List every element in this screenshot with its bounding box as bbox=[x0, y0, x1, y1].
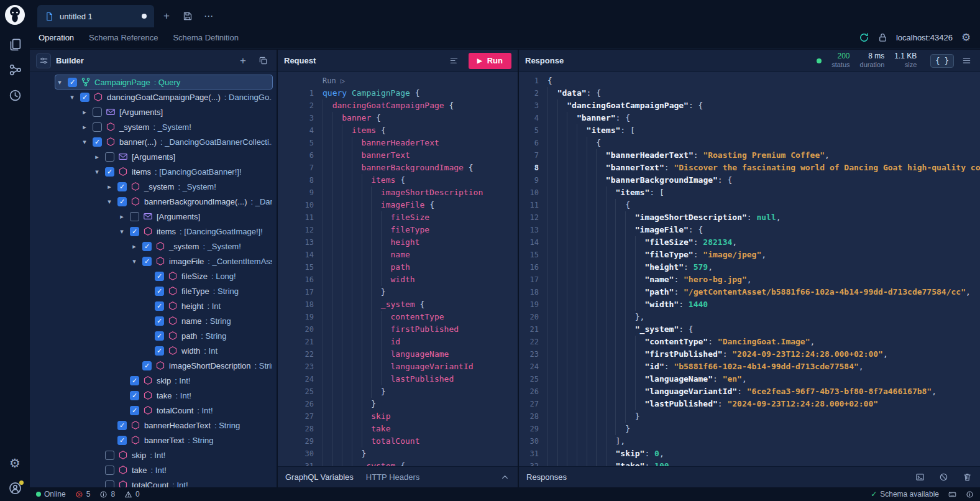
checkbox[interactable]: ✓ bbox=[117, 436, 127, 445]
code-line[interactable]: 8items { bbox=[278, 174, 518, 186]
trash-icon[interactable] bbox=[961, 472, 973, 483]
chevron-down-icon[interactable]: ▾ bbox=[68, 93, 76, 101]
code-line[interactable]: 29} bbox=[519, 423, 980, 435]
ban-icon[interactable] bbox=[938, 472, 949, 483]
checkbox[interactable]: ✓ bbox=[155, 316, 164, 326]
code-line[interactable]: 17"name": "hero-bg.jpg", bbox=[519, 273, 980, 286]
info-count[interactable]: 8 bbox=[99, 490, 115, 499]
chevron-right-icon[interactable]: ▸ bbox=[117, 213, 126, 221]
tree-item-take[interactable]: take: Int! bbox=[55, 462, 273, 477]
checkbox[interactable] bbox=[93, 108, 102, 117]
chevron-right-icon[interactable]: ▸ bbox=[105, 183, 114, 191]
code-line[interactable]: 1query CampaignPage { bbox=[278, 87, 518, 99]
code-line[interactable]: 22languageName bbox=[278, 348, 518, 361]
code-line[interactable]: 21"_system": { bbox=[519, 323, 980, 336]
tree-item-items[interactable]: ▾✓items: [DancingGoatBanner!]! bbox=[55, 164, 273, 179]
tab-operation[interactable]: Operation bbox=[39, 33, 74, 42]
checkbox[interactable]: ✓ bbox=[117, 197, 127, 206]
code-line[interactable]: 27"lastPublished": "2024-09-23T12:24:28.… bbox=[519, 398, 980, 410]
code-line[interactable]: 2"data": { bbox=[519, 87, 980, 99]
tree-item-items[interactable]: ▾✓items: [DancingGoatImage!]! bbox=[55, 224, 273, 239]
checkbox[interactable] bbox=[105, 152, 114, 162]
code-line[interactable]: 31"skip": 0, bbox=[519, 448, 980, 460]
refresh-icon[interactable] bbox=[859, 32, 869, 43]
tree-item-skip[interactable]: skip: Int! bbox=[55, 448, 273, 462]
keyboard-icon[interactable] bbox=[948, 490, 956, 499]
code-line[interactable]: 30], bbox=[519, 435, 980, 448]
run-button[interactable]: ▶ Run bbox=[469, 53, 511, 69]
checkbox[interactable]: ✓ bbox=[130, 227, 139, 236]
tree-item-Arguments[interactable]: ▸[Arguments] bbox=[55, 149, 273, 164]
code-line[interactable]: 27skip bbox=[278, 410, 518, 423]
tree-item-width[interactable]: ✓width: Int bbox=[55, 343, 273, 358]
checkbox[interactable]: ✓ bbox=[80, 93, 89, 102]
checkbox[interactable]: ✓ bbox=[155, 301, 164, 311]
code-line[interactable]: 22"contentType": "DancingGoat.Image", bbox=[519, 336, 980, 348]
code-line[interactable]: 6bannerText bbox=[278, 149, 518, 162]
code-line[interactable]: 29totalCount bbox=[278, 435, 518, 448]
code-line[interactable]: 10"items": [ bbox=[519, 186, 980, 199]
history-icon[interactable] bbox=[9, 89, 22, 102]
add-operation-button[interactable]: + bbox=[236, 53, 250, 68]
checkbox[interactable]: ✓ bbox=[117, 421, 127, 430]
code-line[interactable]: 32"take": 100 bbox=[519, 460, 980, 466]
code-line[interactable]: 9"bannerBackgroundImage": { bbox=[519, 174, 980, 186]
tree-item-fileType[interactable]: ✓fileType: String bbox=[55, 283, 273, 298]
tab-http-headers[interactable]: HTTP Headers bbox=[366, 472, 419, 482]
code-line[interactable]: 11fileSize bbox=[278, 211, 518, 224]
tree-item-bannerBackgroundImage[interactable]: ▾✓bannerBackgroundImage(...): _Dan... bbox=[55, 194, 273, 209]
tree-item-totalCount[interactable]: totalCount: Int! bbox=[55, 477, 273, 487]
tab-schema-definition[interactable]: Schema Definition bbox=[173, 33, 239, 42]
code-line[interactable]: 2dancingGoatCampaignPage { bbox=[278, 99, 518, 112]
console-icon[interactable] bbox=[914, 472, 925, 483]
checkbox[interactable] bbox=[93, 122, 102, 132]
code-line[interactable]: 16width bbox=[278, 273, 518, 286]
code-line[interactable]: 7bannerBackgroundImage { bbox=[278, 162, 518, 174]
about-icon[interactable] bbox=[966, 490, 974, 499]
errors-count[interactable]: 5 bbox=[75, 490, 91, 499]
checkbox[interactable]: ✓ bbox=[105, 167, 114, 177]
code-line[interactable]: 31_system { bbox=[278, 460, 518, 466]
connections-icon[interactable] bbox=[9, 63, 22, 76]
code-line[interactable]: 10imageFile { bbox=[278, 199, 518, 211]
code-line[interactable]: 5bannerHeaderText bbox=[278, 137, 518, 149]
settings-gear-icon[interactable]: ⚙ bbox=[9, 456, 22, 469]
chevron-right-icon[interactable]: ▸ bbox=[80, 123, 89, 131]
checkbox[interactable]: ✓ bbox=[93, 137, 102, 147]
code-line[interactable]: 26"languageVariantId": "6ce2fea3-96f7-4b… bbox=[519, 385, 980, 398]
tree-item-_system[interactable]: ▸_system: _System! bbox=[55, 119, 273, 134]
checkbox[interactable]: ✓ bbox=[130, 376, 139, 385]
checkbox[interactable]: ✓ bbox=[142, 361, 152, 370]
tree-item-take[interactable]: ✓take: Int! bbox=[55, 388, 273, 403]
chevron-up-icon[interactable] bbox=[499, 472, 510, 483]
code-line[interactable]: 11{ bbox=[519, 199, 980, 211]
save-icon[interactable] bbox=[179, 7, 196, 25]
tree-item-imageFile[interactable]: ▾✓imageFile: _ContentItemAsset bbox=[55, 254, 273, 269]
endpoint-host[interactable]: localhost:43426 bbox=[896, 33, 953, 42]
chevron-down-icon[interactable]: ▾ bbox=[130, 257, 139, 265]
code-line[interactable]: 12fileType bbox=[278, 224, 518, 236]
checkbox[interactable]: ✓ bbox=[155, 287, 164, 296]
code-line[interactable]: 5"items": [ bbox=[519, 124, 980, 137]
tab-schema-reference[interactable]: Schema Reference bbox=[89, 33, 158, 42]
app-logo[interactable] bbox=[4, 4, 25, 25]
code-line[interactable]: 23"firstPublished": "2024-09-23T12:24:28… bbox=[519, 348, 980, 361]
builder-settings-icon[interactable] bbox=[36, 53, 51, 68]
tree-item-_system[interactable]: ▸✓_system: _System! bbox=[55, 179, 273, 194]
checkbox[interactable]: ✓ bbox=[117, 182, 127, 191]
code-line[interactable]: 24"id": "b5881f66-102a-4b14-99dd-d713cde… bbox=[519, 361, 980, 373]
checkbox[interactable] bbox=[105, 466, 114, 475]
rows-icon[interactable] bbox=[959, 53, 974, 68]
format-icon[interactable] bbox=[446, 53, 461, 68]
braces-icon[interactable]: { } bbox=[930, 54, 954, 68]
code-line[interactable]: 7"bannerHeaderText": "Roasting Premium C… bbox=[519, 149, 980, 162]
code-line[interactable]: 18"path": "/getContentAsset/b5881f66-102… bbox=[519, 286, 980, 298]
query-editor[interactable]: Run ▷1query CampaignPage {2dancingGoatCa… bbox=[278, 72, 518, 466]
tree-item-bannerHeaderText[interactable]: ✓bannerHeaderText: String bbox=[55, 418, 273, 433]
tree-item-path[interactable]: ✓path: String bbox=[55, 328, 273, 343]
code-line[interactable]: 28} bbox=[519, 410, 980, 423]
checkbox[interactable]: ✓ bbox=[142, 242, 152, 251]
tree-item-Arguments[interactable]: ▸[Arguments] bbox=[55, 104, 273, 119]
checkbox[interactable]: ✓ bbox=[130, 391, 139, 400]
code-line[interactable]: 6{ bbox=[519, 137, 980, 149]
